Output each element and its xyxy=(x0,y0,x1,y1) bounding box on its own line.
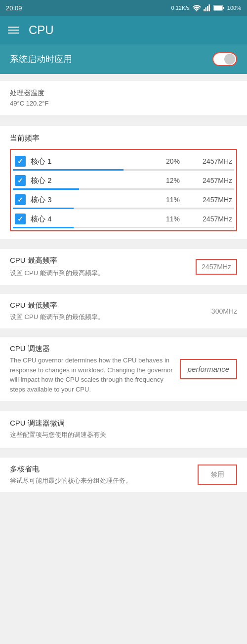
temp-label: 处理器温度 xyxy=(10,89,237,98)
temperature-card: 处理器温度 49°C 120.2°F xyxy=(0,81,247,115)
core-percent-4: 11% xyxy=(158,215,188,223)
status-bar: 20:09 0.12K/s 100% xyxy=(0,0,247,16)
progress-bar-fill-1 xyxy=(13,169,124,171)
core-row-inner: 核心 2 12% 2457MHz xyxy=(15,175,232,186)
core-percent-1: 20% xyxy=(158,157,188,165)
startup-toggle[interactable] xyxy=(212,52,237,66)
multicore-card: 多核省电 尝试尽可能用最少的核心来分组处理任务。 禁用 xyxy=(0,458,247,493)
min-freq-left: CPU 最低频率 设置 CPU 能调节到的最低频率。 xyxy=(10,301,204,322)
frequency-card: 当前频率 核心 1 20% 2457MHz 核心 2 12% 2457MHz xyxy=(0,126,247,239)
max-freq-left: CPU 最高频率 设置 CPU 能调节到的最高频率。 xyxy=(10,256,188,278)
progress-bar-fill-2 xyxy=(13,188,79,190)
status-time: 20:09 xyxy=(6,4,22,12)
governor-desc: The CPU governor determines how the CPU … xyxy=(10,356,174,394)
svg-rect-5 xyxy=(214,6,222,10)
separator-7 xyxy=(0,452,247,455)
separator-5 xyxy=(0,331,247,334)
core-name-3: 核心 3 xyxy=(31,195,158,205)
core-name-2: 核心 2 xyxy=(31,176,158,185)
multicore-desc: 尝试尽可能用最少的核心来分组处理任务。 xyxy=(10,476,192,486)
governor-title: CPU 调速器 xyxy=(10,344,174,354)
max-freq-row: CPU 最高频率 设置 CPU 能调节到的最高频率。 2457MHz xyxy=(0,249,247,285)
core-freq-4: 2457MHz xyxy=(188,215,232,223)
core-checkbox-1[interactable] xyxy=(15,156,26,167)
cores-wrapper: 核心 1 20% 2457MHz 核心 2 12% 2457MHz 核心 3 1… xyxy=(10,149,237,231)
freq-section-title: 当前频率 xyxy=(10,134,237,143)
core-checkbox-3[interactable] xyxy=(15,194,26,205)
separator-4 xyxy=(0,288,247,291)
multicore-left: 多核省电 尝试尽可能用最少的核心来分组处理任务。 xyxy=(10,465,192,486)
network-speed: 0.12K/s xyxy=(171,5,190,11)
svg-rect-3 xyxy=(208,4,210,11)
status-right: 0.12K/s 100% xyxy=(171,4,241,11)
startup-section: 系统启动时应用 xyxy=(0,44,247,74)
progress-bar-bg-2 xyxy=(13,188,234,190)
core-checkbox-2[interactable] xyxy=(15,175,26,186)
core-checkbox-4[interactable] xyxy=(15,214,26,224)
battery-percent: 100% xyxy=(227,5,241,11)
core-freq-2: 2457MHz xyxy=(188,177,232,184)
svg-rect-2 xyxy=(207,6,208,11)
separator-3 xyxy=(0,243,247,246)
app-bar-title: CPU xyxy=(29,23,54,37)
core-row-inner: 核心 3 11% 2457MHz xyxy=(15,194,232,205)
wifi-icon xyxy=(193,4,201,11)
governor-tuning-desc: 这些配置项与您使用的调速器有关 xyxy=(10,430,237,440)
app-bar: CPU xyxy=(0,16,247,44)
governor-card: CPU 调速器 The CPU governor determines how … xyxy=(0,337,247,401)
min-freq-title: CPU 最低频率 xyxy=(10,301,204,310)
temp-value: 49°C 120.2°F xyxy=(10,100,237,107)
separator-2 xyxy=(0,119,247,122)
core-row-2[interactable]: 核心 2 12% 2457MHz xyxy=(13,171,234,190)
progress-bar-fill-3 xyxy=(13,208,74,209)
core-row-3[interactable]: 核心 3 11% 2457MHz xyxy=(13,190,234,210)
core-name-4: 核心 4 xyxy=(31,215,158,224)
min-freq-desc: 设置 CPU 能调节到的最低频率。 xyxy=(10,312,204,322)
cores-container: 核心 1 20% 2457MHz 核心 2 12% 2457MHz 核心 3 1… xyxy=(13,152,234,228)
progress-bar-bg-4 xyxy=(13,227,234,228)
multicore-value-box[interactable]: 禁用 xyxy=(198,465,237,485)
min-freq-row: CPU 最低频率 设置 CPU 能调节到的最低频率。 300MHz xyxy=(0,294,247,329)
battery-icon xyxy=(213,5,224,11)
core-row-1[interactable]: 核心 1 20% 2457MHz xyxy=(13,152,234,171)
governor-left: CPU 调速器 The CPU governor determines how … xyxy=(10,344,174,394)
core-row-4[interactable]: 核心 4 11% 2457MHz xyxy=(13,210,234,228)
core-row-inner: 核心 1 20% 2457MHz xyxy=(15,156,232,167)
min-freq-value: 300MHz xyxy=(211,307,237,315)
startup-title: 系统启动时应用 xyxy=(10,53,72,65)
core-freq-1: 2457MHz xyxy=(188,157,232,165)
separator-6 xyxy=(0,404,247,407)
core-percent-3: 11% xyxy=(158,196,188,204)
svg-rect-0 xyxy=(204,9,205,11)
core-name-1: 核心 1 xyxy=(31,157,158,166)
svg-rect-6 xyxy=(223,7,224,9)
multicore-value: 禁用 xyxy=(210,470,224,479)
governor-value-box[interactable]: performance xyxy=(180,359,237,379)
core-row-inner: 核心 4 11% 2457MHz xyxy=(15,214,232,224)
max-freq-value[interactable]: 2457MHz xyxy=(196,259,237,275)
core-percent-2: 12% xyxy=(158,177,188,184)
governor-value: performance xyxy=(188,365,229,373)
separator-1 xyxy=(0,74,247,77)
svg-rect-1 xyxy=(205,7,206,11)
hamburger-icon[interactable] xyxy=(8,27,19,34)
governor-tuning-card: CPU 调速器微调 这些配置项与您使用的调速器有关 xyxy=(0,411,247,448)
core-freq-3: 2457MHz xyxy=(188,196,232,204)
governor-tuning-title: CPU 调速器微调 xyxy=(10,419,237,428)
max-freq-title: CPU 最高频率 xyxy=(10,256,188,266)
max-freq-desc: 设置 CPU 能调节到的最高频率。 xyxy=(10,268,188,278)
progress-bar-bg-1 xyxy=(13,169,234,171)
progress-bar-bg-3 xyxy=(13,208,234,209)
progress-bar-fill-4 xyxy=(13,227,74,228)
multicore-title: 多核省电 xyxy=(10,465,192,474)
signal-icon xyxy=(204,4,210,11)
